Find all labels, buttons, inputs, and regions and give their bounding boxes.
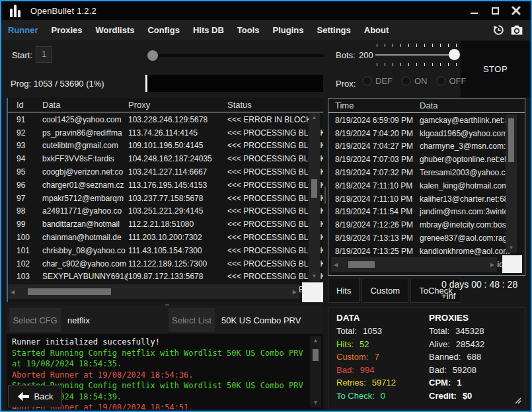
scrollbar-thumb[interactable] [28,288,111,295]
column-header-id[interactable]: Id [8,100,42,110]
table-row[interactable]: 8/19/2024 7:13:13 PM grenee837@aol.com:r… [328,231,525,245]
slider-thumb[interactable] [449,49,460,60]
table-row[interactable]: 100 chainman@hotmail.de 111.203.10.200:7… [8,231,323,244]
column-header-data[interactable]: Data [42,100,128,110]
back-arrow-icon [17,391,30,401]
table-row[interactable]: 8/19/2024 7:11:54 PM jandim@msn.com:3win… [328,206,525,219]
hit-tab-button[interactable]: Hits [328,278,360,303]
slider-thumb[interactable] [147,50,158,61]
stop-button[interactable]: STOP [460,40,531,98]
hits-table-header: Time Data [328,99,525,113]
scroll-up-icon[interactable]: ▲ [312,113,317,122]
proxies-stats-list: Total:345328 Alive:285432 Banned:688 Bad… [429,325,484,402]
menu-item[interactable]: Runner [1,25,45,35]
menu-item[interactable]: Tools [231,25,266,35]
table-row[interactable]: 102 char_c902@yahoo.com 112.122.189.125:… [8,257,323,270]
scrollbar-thumb[interactable] [508,118,514,162]
table-row[interactable]: 91 cool1425@yahoo.com 103.228.246.129:56… [8,113,323,126]
select-wordlist-button[interactable]: Select List [169,308,215,332]
select-config-button[interactable]: Select CFG [9,308,61,332]
horizontal-scrollbar[interactable]: ◀ ▶ [331,257,497,272]
scroll-up-icon[interactable]: ▲ [314,336,317,345]
hit-tab-button[interactable]: Custom [361,278,408,303]
stat-row: Alive:285432 [429,338,484,351]
resize-grip-icon[interactable] [513,395,521,407]
table-row[interactable]: 99 bandittarzan@hotmail 112.2.21.18:5108… [8,218,323,231]
menu-item[interactable]: Wordlists [89,25,141,35]
camera-icon[interactable] [510,24,524,37]
table-row[interactable]: 8/19/2024 7:04:27 PM charmyne_3@msn.com:… [328,140,525,153]
history-clock-icon[interactable] [491,24,506,37]
menu-item[interactable]: Configs [141,25,186,35]
table-row[interactable]: 98 a24911771@yahoo.co 103.251.221.29:414… [8,205,323,218]
stat-row: Banned:688 [429,350,484,364]
bots-value: 200 [359,50,373,60]
scrollbar-thumb[interactable] [313,349,319,361]
table-row[interactable]: 8/19/2024 7:13:25 PM kandionkhrome@aol.c… [328,245,525,258]
table-row[interactable]: 101 chrisbby_08@yahoo.co 111.43.105.154:… [8,244,323,257]
bots-slider[interactable] [375,44,459,66]
scroll-left-icon[interactable]: ◀ [11,289,15,295]
wordlist-position-slider[interactable] [147,53,324,58]
table-row[interactable]: 94 bxkFF3VV8sF:tardis 104.248.162.187:24… [8,152,323,165]
slider-ticks [377,44,457,47]
table-row[interactable]: 97 mpakr5712@embarqm 103.237.77.158:5678… [8,192,323,205]
scroll-right-icon[interactable]: ▶ [490,262,494,268]
table-row[interactable]: 8/19/2024 7:11:10 PM kalen_king@hotmail.… [328,179,525,192]
close-button[interactable] [507,3,525,18]
table-row[interactable]: 8/19/2024 7:11:10 PM kaliher13@charter.n… [328,192,525,206]
data-stats-list: Total:1053 Hits:52 Custom:7 Bad:994 [336,325,396,402]
scroll-right-icon[interactable]: ▶ [293,289,297,295]
start-input[interactable]: 1 [36,46,52,63]
horizontal-scrollbar[interactable]: ◀ ▶ [8,284,299,299]
radio-icon [436,76,446,86]
table-row[interactable]: 8/19/2024 7:12:26 PM mbray@inetcity.com:… [328,218,525,231]
vertical-scrollbar[interactable]: ▲ ▼ [506,114,517,253]
column-header-proxy[interactable]: Proxy [128,100,227,110]
menu-item[interactable]: Proxies [45,25,89,35]
stat-row: Bad:994 [336,364,396,377]
scroll-left-icon[interactable]: ◀ [334,262,338,268]
minimize-button[interactable] [465,3,483,18]
maximize-button[interactable] [486,3,504,18]
stat-row: Credit:$0 [429,390,484,403]
hits-rows: 8/19/2024 6:59:09 PM gamckay@earthlink.n… [328,114,525,275]
scroll-down-icon[interactable]: ▼ [509,243,514,253]
proxy-mode-radio[interactable]: ON [401,76,428,86]
app-window: OpenBullet 1.2.2 RunnerProxiesWordlistsC… [0,0,532,412]
table-row[interactable]: 8/19/2024 7:04:20 PM klgoad1965@yahoo.co… [328,127,525,140]
table-row[interactable]: 8/19/2024 6:59:09 PM gamckay@earthlink.n… [328,114,525,127]
menu-item[interactable]: Hits DB [186,25,231,35]
column-header-data[interactable]: Data [413,101,525,110]
panel-splitter-handle[interactable] [324,186,326,204]
menu-item[interactable]: Settings [310,25,357,35]
vertical-scrollbar[interactable]: ▲ ▼ [310,336,321,407]
table-row[interactable]: 93 cutelibtm@gmail.com 109.101.196.50:41… [8,140,323,153]
selected-wordlist-value: 50K US Combo PRV [215,308,322,332]
table-row[interactable]: 96 charger01@seznam.cz 113.176.195.145:4… [8,179,323,192]
table-row[interactable]: 95 coogbj@verizon.net:co 103.241.227.114… [8,165,323,179]
log-line: Aborted Runner at 19/08/2024 18:54:36. [12,370,306,381]
scrollbar-thumb[interactable] [311,179,317,198]
table-row[interactable]: 8/19/2024 7:07:32 PM Teresami2003@yahoo.… [328,166,525,179]
hits-table: Time Data 8/19/2024 6:59:09 PM gamckay@e… [328,98,525,276]
table-row[interactable]: 92 ps_pravin86@rediffma 113.74.26.114:41… [8,126,323,140]
column-header-status[interactable]: Status [227,100,323,110]
table-row[interactable]: 8/19/2024 7:07:03 PM ghuber@optonline.ne… [328,153,525,166]
proxy-mode-radios: DEF ON OFF [362,76,467,86]
column-header-time[interactable]: Time [328,101,413,110]
proxy-mode-radio[interactable]: DEF [362,76,393,86]
start-label: Start: [12,50,32,60]
slider-track [147,54,324,57]
data-stats-title: DATA [336,311,396,325]
back-button[interactable]: Back [8,385,62,407]
table-row[interactable]: 103 SEXYPLAYBUNNY691@ 109.87.172.133:567… [8,270,323,284]
proxy-mode-radio[interactable]: OFF [436,76,467,86]
vertical-scrollbar[interactable]: ▲ ▼ [309,113,320,281]
stat-row: Custom:7 [336,350,396,364]
scrollbar-thumb[interactable] [348,261,375,268]
scroll-down-icon[interactable]: ▼ [314,398,317,407]
scroll-down-icon[interactable]: ▼ [312,272,317,281]
menu-item[interactable]: About [358,25,396,35]
menu-item[interactable]: Plugins [266,25,311,35]
